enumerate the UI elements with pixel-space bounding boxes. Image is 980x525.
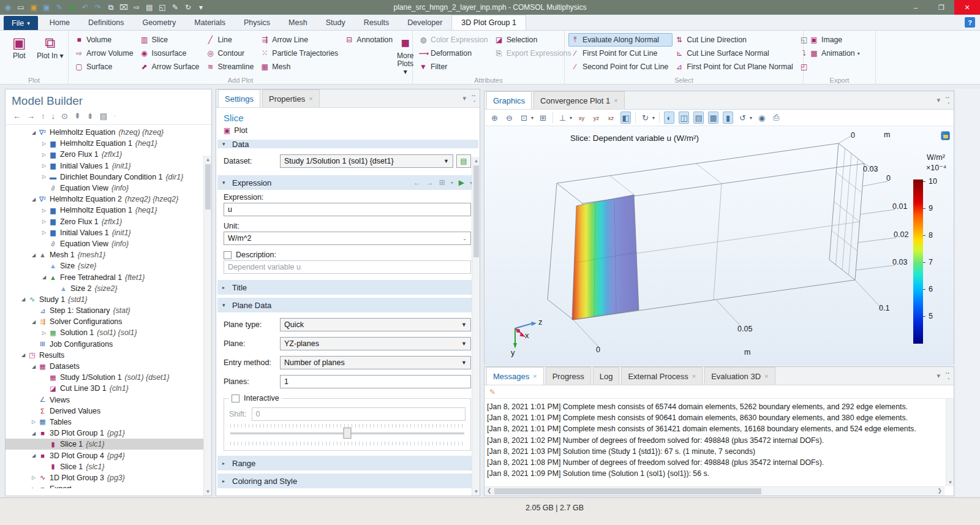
collapse-icon[interactable]: ▷ (40, 163, 48, 168)
rotate-icon[interactable]: ↻ (640, 111, 650, 124)
environment-icon[interactable]: ◫ (679, 111, 689, 124)
create-plot-from-dataset-button[interactable]: ▤ (456, 154, 471, 168)
scroll-left-icon[interactable]: ❮ (487, 488, 492, 494)
plane-combobox[interactable]: YZ-planes ▼ (280, 337, 471, 350)
collapse-icon[interactable]: ▷ (40, 219, 48, 224)
tab-geometry[interactable]: Geometry (133, 15, 185, 30)
collapse-icon[interactable]: ▷ (30, 475, 37, 480)
chevron-down-icon[interactable]: ▾ (652, 115, 655, 121)
replace-expression-icon[interactable]: ▶ (459, 178, 464, 187)
expand-icon[interactable]: ◢ (30, 453, 37, 458)
close-icon[interactable]: × (533, 372, 537, 380)
expand-icon[interactable]: ◢ (20, 352, 27, 358)
move-down-icon[interactable]: ↓ (51, 111, 56, 121)
tree-item-equation-view[interactable]: ∂Equation View{info} (6, 183, 211, 194)
ribbon-item-animation[interactable]: ▦Animation▾ (807, 47, 864, 60)
section-plane-data[interactable]: ▾ Plane Data (217, 298, 478, 312)
graphics-tab-graphics[interactable]: Graphics (486, 91, 532, 109)
tree-item-helmholtz-equation-1[interactable]: ▷▆Helmholtz Equation 1{heq1} (6, 205, 211, 216)
delete-icon[interactable]: ⌧ (118, 2, 129, 13)
ribbon-item-second-point-for-cut-line[interactable]: ∕Second Point for Cut Line (568, 60, 673, 74)
plot-settings-icon[interactable]: ▤ (693, 111, 704, 124)
tree-item-equation-view[interactable]: ∂Equation View{info} (6, 238, 211, 249)
tab-definitions[interactable]: Definitions (79, 15, 133, 30)
collapse-icon[interactable]: ▷ (30, 486, 37, 488)
ribbon-item-arrow-line[interactable]: ⇶Arrow Line (258, 33, 342, 47)
dataset-combobox[interactable]: Study 1/Solution 1 (sol1) {dset1} ▼ (280, 154, 453, 168)
scroll-down-icon[interactable]: ▼ (946, 480, 954, 485)
tree-item-free-tetrahedral-1[interactable]: ◢▲Free Tetrahedral 1{ftet1} (6, 271, 211, 282)
ribbon-item-contour[interactable]: ◎Contour (203, 47, 258, 60)
tree-item-slice-1[interactable]: ▮Slice 1{slc1} (6, 461, 211, 472)
settings-tab-properties[interactable]: Properties× (262, 89, 320, 107)
scroll-up-icon[interactable]: ▲ (204, 157, 212, 162)
pin-icon[interactable]: ⢉ (945, 372, 950, 380)
undo-icon[interactable]: ↶ (80, 2, 91, 13)
scroll-down-icon[interactable]: ▼ (204, 489, 212, 494)
collapse-icon[interactable]: ▷ (40, 174, 48, 179)
previous-expression-icon[interactable]: ← (413, 178, 421, 187)
ribbon-button-plot[interactable]: ▣Plot (4, 33, 35, 75)
tab-results[interactable]: Results (355, 15, 399, 30)
tab-materials[interactable]: Materials (185, 15, 235, 30)
update-icon[interactable]: ↻ (183, 2, 194, 13)
select-icon[interactable]: ◱ (157, 2, 168, 13)
zoom-out-icon[interactable]: ⊖ (504, 111, 514, 124)
ribbon-item-isosurface[interactable]: ◉Isosurface (138, 47, 204, 60)
print-icon[interactable]: ⎙ (771, 111, 782, 124)
unit-combobox[interactable]: W/m^2 ⌄ (224, 232, 471, 245)
update-scene-icon[interactable]: ↺ (737, 111, 748, 124)
ribbon-item-slice[interactable]: ▥Slice (138, 33, 204, 47)
tab-3d-plot-group-1[interactable]: 3D Plot Group 1 (451, 15, 526, 30)
messages-tab-progress[interactable]: Progress (546, 367, 591, 385)
ribbon-item-mesh[interactable]: ▦Mesh (258, 60, 342, 74)
view-yz-icon[interactable]: yz (591, 111, 601, 124)
close-icon[interactable]: × (614, 97, 617, 104)
scroll-thumb[interactable] (494, 488, 761, 494)
close-icon[interactable]: × (309, 95, 312, 102)
ribbon-item-annotation[interactable]: ⊟Annotation (342, 33, 397, 47)
view-xz-icon[interactable]: xz (606, 111, 616, 124)
tree-item-3d-plot-group-4[interactable]: ◢■3D Plot Group 4{pg4} (6, 450, 211, 461)
save-as-icon[interactable]: ✎ (54, 2, 65, 13)
zoom-extents-icon[interactable]: ⊞ (538, 111, 548, 124)
collapse-icon[interactable]: ▷ (30, 419, 37, 425)
tree-item-zero-flux-1[interactable]: ▷▆Zero Flux 1{zflx1} (6, 149, 211, 160)
new-file-icon[interactable]: ▭ (15, 2, 26, 13)
entry-method-combobox[interactable]: Number of planes ▼ (280, 356, 471, 369)
ribbon-item-streamline[interactable]: ≋Streamline (203, 60, 258, 74)
scroll-thumb[interactable] (205, 164, 211, 210)
default-3d-view-icon[interactable]: ◧ (620, 111, 631, 124)
scroll-right-icon[interactable]: ❯ (937, 488, 942, 494)
ribbon-item-line[interactable]: ╱Line (203, 33, 258, 47)
tree-item-results[interactable]: ◢◳Results (6, 350, 211, 361)
tree-item-initial-values-1[interactable]: ▷▆Initial Values 1{init1} (6, 227, 211, 238)
comsol-logo-icon[interactable]: ◉ (2, 2, 13, 13)
section-title[interactable]: ▸ Title (217, 280, 478, 295)
shift-input[interactable]: 0 (252, 407, 466, 421)
ribbon-item-filter[interactable]: ▼Filter (417, 60, 492, 74)
scroll-up-icon[interactable]: ▲ (472, 158, 480, 164)
grid-icon[interactable]: ▦ (708, 111, 718, 124)
tree-item-step-1-stationary[interactable]: ⊿Step 1: Stationary{stat} (6, 305, 211, 316)
ribbon-item-surface[interactable]: ▢Surface (72, 60, 138, 74)
tree-item-mesh-1[interactable]: ◢▲Mesh 1{mesh1} (6, 249, 211, 260)
move-up-icon[interactable]: ↑ (41, 111, 45, 121)
tree-item-3d-plot-group-1[interactable]: ◢■3D Plot Group 1{pg1} (6, 428, 211, 439)
collapse-icon[interactable]: ▷ (40, 208, 48, 213)
tree-options-icon[interactable]: ▤ (100, 111, 107, 121)
section-expression[interactable]: ▾ Expression ← → ⊞ ▾ ▶ ▾ (217, 175, 478, 190)
draw-icon[interactable]: ✎ (170, 2, 181, 13)
collapse-icon[interactable]: ▷ (40, 152, 48, 157)
tree-item-cut-line-3d-1[interactable]: ◪Cut Line 3D 1{cln1} (6, 383, 211, 394)
tree-item-slice-1[interactable]: ▮Slice 1{slc1} (6, 439, 211, 450)
chevron-down-icon[interactable]: ▾ (570, 115, 572, 121)
plot-area[interactable]: Slice: Dependent variable u (W/m²) (484, 126, 954, 365)
messages-vertical-scrollbar[interactable]: ▼ (946, 399, 954, 486)
expand-icon[interactable]: ◢ (30, 197, 37, 202)
chevron-down-icon[interactable]: ▾ (462, 94, 466, 102)
ribbon-item-first-point-for-cut-plane-normal[interactable]: ⊿First Point for Cut Plane Normal (673, 60, 797, 74)
tree-item-solution-1[interactable]: ▷▦Solution 1(sol1) {sol1} (6, 327, 211, 338)
tree-item-initial-values-1[interactable]: ▷▆Initial Values 1{init1} (6, 161, 211, 172)
plane-type-combobox[interactable]: Quick ▼ (280, 318, 471, 331)
